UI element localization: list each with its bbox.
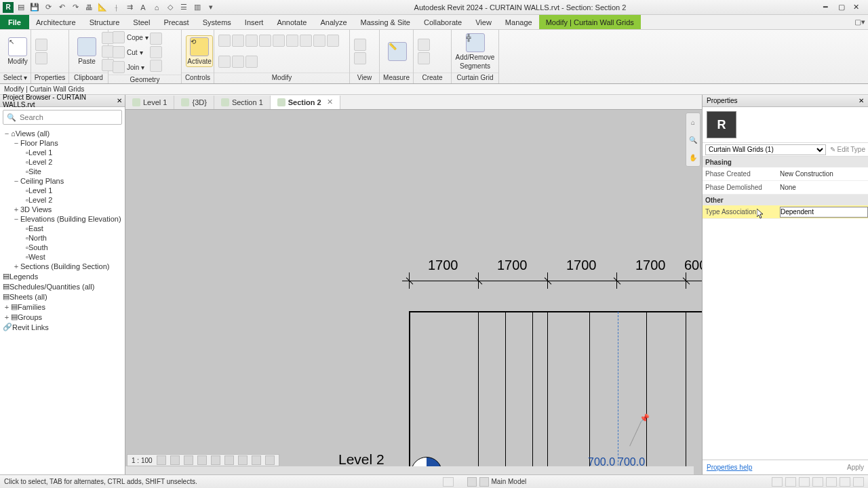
measure-button[interactable]: 📏 [384,42,411,61]
modify-button[interactable]: ↖Modify [4,37,31,65]
rendering-icon[interactable] [211,455,220,465]
geom1-icon[interactable] [150,33,162,45]
massing-site-tab[interactable]: Massing & Site [354,15,417,29]
manage-tab[interactable]: Manage [498,15,539,29]
view-tab[interactable]: View [469,15,498,29]
type-selector[interactable]: Curtain Wall Grids (1) [705,144,826,155]
type-association-input[interactable] [780,207,868,218]
apply-button[interactable]: Apply [847,464,864,471]
annotate-tab[interactable]: Annotate [270,15,313,29]
pin-control-icon[interactable]: 📌 [639,413,649,423]
tab-close-icon[interactable]: ✕ [324,98,333,106]
sun-path-icon[interactable] [184,455,193,465]
navigation-bar[interactable]: ⌂🔍✋ [686,113,701,167]
home-icon[interactable]: ⌂ [151,1,163,14]
sync-icon[interactable]: ⟳ [42,1,54,14]
inst-prop-icon[interactable] [35,52,47,64]
trim-icon[interactable] [273,35,285,47]
insert-tab[interactable]: Insert [238,15,271,29]
save-icon[interactable]: 💾 [28,1,41,14]
select-pinned-icon[interactable] [812,477,823,487]
tab-section-1[interactable]: Section 1 [214,96,271,109]
detail-level-icon[interactable] [157,455,166,465]
drag-elements-icon[interactable] [840,477,850,487]
print-icon[interactable]: 🖶 [83,1,95,14]
switch-windows-icon[interactable]: ▥ [191,1,203,14]
file-tab[interactable]: File [0,15,29,29]
type-prop-icon[interactable] [35,39,47,51]
open-icon[interactable]: ▤ [15,1,27,14]
select-links-icon[interactable] [785,477,796,487]
scale-icon[interactable] [313,35,326,47]
project-tree[interactable]: −⌂ Views (all) −Floor Plans ▫ Level 1 ▫ … [0,127,125,474]
geom2-icon[interactable] [150,46,162,58]
structure-tab[interactable]: Structure [83,15,127,29]
undo-icon[interactable]: ↶ [56,1,68,14]
view-scale[interactable]: 1 : 100 [132,457,153,464]
zoom-icon[interactable]: 🔍 [689,136,697,144]
close-button[interactable]: ✕ [853,3,863,12]
cut-geom-button[interactable]: Cut ▾ [113,46,143,58]
add-remove-segments-button[interactable]: ╬Add/RemoveSegments [456,33,494,70]
scrollbar-horizontal[interactable] [125,466,694,474]
panel-select[interactable]: Select ▾ [0,73,31,83]
create-icon1[interactable] [418,39,430,51]
array-icon[interactable] [300,35,312,47]
selection-filter-icon[interactable] [772,477,783,487]
main-model-selector[interactable]: Main Model [467,477,527,487]
architecture-tab[interactable]: Architecture [29,15,83,29]
dim-value[interactable]: 600 [684,258,702,273]
thin-lines-icon[interactable]: ◇ [164,1,176,14]
precast-tab[interactable]: Precast [157,15,195,29]
close-hidden-icon[interactable]: ☰ [178,1,190,14]
project-browser-header[interactable]: Project Browser - CURTAIN WALLS.rvt ✕ [0,95,125,107]
dim-value[interactable]: 1700 [635,258,666,273]
crop-region-icon[interactable] [238,455,248,465]
modify-contextual-tab[interactable]: Modify | Curtain Wall Grids [539,15,641,29]
minimize-button[interactable]: ━ [823,3,833,12]
measure-icon[interactable]: 📐 [96,1,108,14]
search-input[interactable] [3,110,122,125]
hide-isolate-icon[interactable] [252,455,261,465]
cope-button[interactable]: Cope ▾ [113,31,149,43]
level-name[interactable]: Level 2 [338,451,384,468]
dim-value[interactable]: 1700 [566,258,597,273]
pan-icon[interactable]: ✋ [689,154,697,161]
collaborate-tab[interactable]: Collaborate [417,15,469,29]
group-phasing[interactable]: Phasing [703,157,868,167]
tab-level-1[interactable]: Level 1 [125,96,174,109]
move-icon[interactable] [218,35,231,47]
visual-style-icon[interactable] [170,455,180,465]
systems-tab[interactable]: Systems [196,15,238,29]
close-icon[interactable]: ✕ [117,97,122,104]
properties-header[interactable]: Properties ✕ [703,95,868,107]
crop-view-icon[interactable] [224,455,234,465]
close-icon[interactable]: ✕ [859,97,864,104]
pin-icon[interactable] [327,35,339,47]
offset-icon[interactable] [218,56,231,68]
create-icon2[interactable] [418,52,430,64]
group-other[interactable]: Other [703,195,868,205]
dim-value[interactable]: 1700 [428,258,458,273]
dim-icon[interactable]: ⟊ [110,1,122,14]
curtain-wall-elevation[interactable] [409,311,702,474]
maximize-button[interactable]: ▢ [838,3,848,12]
tab-3d[interactable]: {3D} [174,96,214,109]
properties-help-link[interactable]: Properties help [707,464,752,471]
mirror-icon[interactable] [259,35,271,47]
edit-type-button[interactable]: ✎ Edit Type [826,146,865,153]
rotate-icon[interactable] [245,35,258,47]
align-tool-icon[interactable] [232,56,244,68]
align-icon[interactable]: ⇉ [123,1,136,14]
join-button[interactable]: Join ▾ [113,61,144,73]
select-underlay-icon[interactable] [799,477,810,487]
text-icon[interactable]: A [137,1,149,14]
steel-tab[interactable]: Steel [126,15,157,29]
select-face-icon[interactable] [826,477,837,487]
delete-icon[interactable] [245,56,258,68]
split-icon[interactable] [286,35,298,47]
drawing-canvas[interactable]: 1700 1700 1700 1700 600 [125,110,702,474]
dropdown-icon[interactable]: ▾ [205,1,217,14]
copy-icon[interactable] [232,35,244,47]
reveal-hidden-icon[interactable] [265,455,275,465]
